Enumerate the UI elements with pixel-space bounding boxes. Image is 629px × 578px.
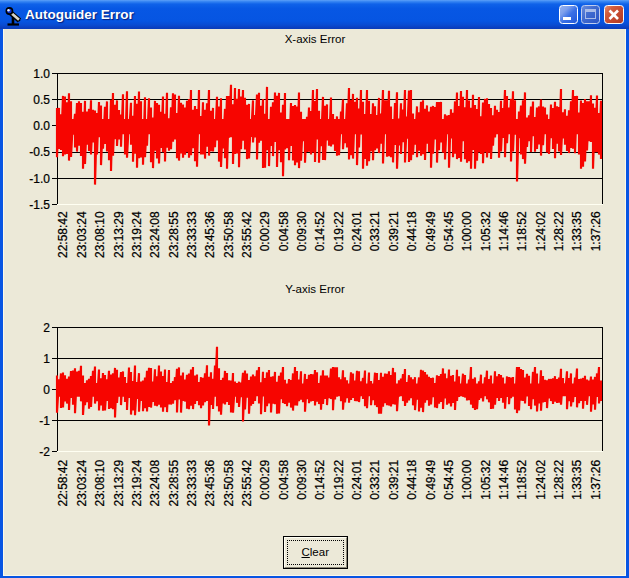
svg-text:0:09:30: 0:09:30 bbox=[295, 211, 309, 251]
svg-text:1:18:52: 1:18:52 bbox=[515, 211, 529, 251]
svg-text:1:28:22: 1:28:22 bbox=[552, 211, 566, 251]
svg-text:0:04:58: 0:04:58 bbox=[277, 211, 291, 251]
svg-text:23:08:10: 23:08:10 bbox=[93, 211, 107, 258]
svg-text:22:58:42: 22:58:42 bbox=[56, 459, 70, 506]
svg-text:1:14:46: 1:14:46 bbox=[497, 459, 511, 499]
svg-text:23:28:55: 23:28:55 bbox=[167, 211, 181, 258]
svg-text:1:37:26: 1:37:26 bbox=[589, 211, 603, 251]
svg-text:0:24:01: 0:24:01 bbox=[350, 211, 364, 251]
svg-text:23:45:36: 23:45:36 bbox=[203, 211, 217, 258]
svg-text:0:49:49: 0:49:49 bbox=[424, 211, 438, 251]
svg-text:1:05:32: 1:05:32 bbox=[479, 211, 493, 251]
svg-text:23:03:24: 23:03:24 bbox=[75, 211, 89, 258]
svg-text:1:24:02: 1:24:02 bbox=[534, 459, 548, 499]
svg-text:23:13:29: 23:13:29 bbox=[112, 459, 126, 506]
svg-text:1.0: 1.0 bbox=[33, 67, 50, 81]
svg-text:0:49:49: 0:49:49 bbox=[424, 459, 438, 499]
svg-text:0:19:22: 0:19:22 bbox=[332, 211, 346, 251]
svg-text:0:24:01: 0:24:01 bbox=[350, 459, 364, 499]
svg-text:1:00:00: 1:00:00 bbox=[460, 211, 474, 251]
svg-text:1:28:22: 1:28:22 bbox=[552, 459, 566, 499]
svg-text:0.5: 0.5 bbox=[33, 93, 50, 107]
svg-text:0.0: 0.0 bbox=[33, 119, 50, 133]
svg-text:1: 1 bbox=[43, 352, 50, 366]
svg-text:1:37:26: 1:37:26 bbox=[589, 459, 603, 499]
svg-text:23:50:58: 23:50:58 bbox=[222, 459, 236, 506]
svg-text:23:19:24: 23:19:24 bbox=[130, 459, 144, 506]
svg-text:0:33:21: 0:33:21 bbox=[368, 211, 382, 251]
svg-text:1:18:52: 1:18:52 bbox=[515, 459, 529, 499]
svg-text:0:54:45: 0:54:45 bbox=[442, 211, 456, 251]
svg-text:1:33:35: 1:33:35 bbox=[570, 211, 584, 251]
svg-text:22:58:42: 22:58:42 bbox=[56, 211, 70, 258]
svg-text:0:39:21: 0:39:21 bbox=[387, 211, 401, 251]
svg-text:23:55:42: 23:55:42 bbox=[240, 211, 254, 258]
svg-text:23:33:33: 23:33:33 bbox=[185, 459, 199, 506]
svg-text:1:00:00: 1:00:00 bbox=[460, 459, 474, 499]
svg-text:0:09:30: 0:09:30 bbox=[295, 459, 309, 499]
svg-text:0:14:52: 0:14:52 bbox=[313, 211, 327, 251]
svg-text:23:24:08: 23:24:08 bbox=[148, 459, 162, 506]
svg-text:0:39:21: 0:39:21 bbox=[387, 459, 401, 499]
svg-text:-0.5: -0.5 bbox=[29, 145, 50, 159]
svg-text:23:28:55: 23:28:55 bbox=[167, 459, 181, 506]
svg-text:0:00:29: 0:00:29 bbox=[258, 459, 272, 499]
svg-text:23:33:33: 23:33:33 bbox=[185, 211, 199, 258]
svg-text:0:04:58: 0:04:58 bbox=[277, 459, 291, 499]
svg-text:0:19:22: 0:19:22 bbox=[332, 459, 346, 499]
svg-text:0:44:18: 0:44:18 bbox=[405, 211, 419, 251]
svg-text:0:00:29: 0:00:29 bbox=[258, 211, 272, 251]
svg-text:0: 0 bbox=[43, 383, 50, 397]
svg-text:23:08:10: 23:08:10 bbox=[93, 459, 107, 506]
svg-text:1:05:32: 1:05:32 bbox=[479, 459, 493, 499]
svg-text:23:24:08: 23:24:08 bbox=[148, 211, 162, 258]
svg-text:23:03:24: 23:03:24 bbox=[75, 459, 89, 506]
svg-text:23:55:42: 23:55:42 bbox=[240, 459, 254, 506]
svg-text:0:44:18: 0:44:18 bbox=[405, 459, 419, 499]
svg-text:1:14:46: 1:14:46 bbox=[497, 211, 511, 251]
svg-text:-1: -1 bbox=[39, 414, 50, 428]
svg-text:1:24:02: 1:24:02 bbox=[534, 211, 548, 251]
svg-text:-1.5: -1.5 bbox=[29, 198, 50, 212]
svg-text:23:45:36: 23:45:36 bbox=[203, 459, 217, 506]
svg-text:0:54:45: 0:54:45 bbox=[442, 459, 456, 499]
svg-text:-2: -2 bbox=[39, 445, 50, 459]
svg-text:2: 2 bbox=[43, 321, 50, 335]
svg-text:23:19:24: 23:19:24 bbox=[130, 211, 144, 258]
svg-text:23:50:58: 23:50:58 bbox=[222, 211, 236, 258]
svg-text:1:33:35: 1:33:35 bbox=[570, 459, 584, 499]
svg-text:0:14:52: 0:14:52 bbox=[313, 459, 327, 499]
svg-text:23:13:29: 23:13:29 bbox=[112, 211, 126, 258]
svg-text:-1.0: -1.0 bbox=[29, 172, 50, 186]
svg-text:0:33:21: 0:33:21 bbox=[368, 459, 382, 499]
